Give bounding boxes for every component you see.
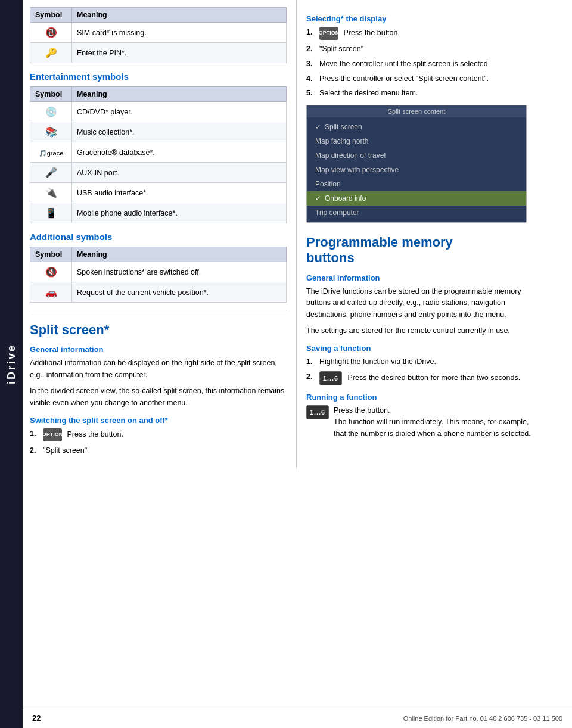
split-screen-title: Split screen content (307, 105, 526, 117)
table-row: 📱 Mobile phone audio interface*. (30, 203, 287, 223)
symbol-cell: 📵 (30, 23, 72, 43)
list-item: 2. "Split screen" (306, 43, 540, 55)
sim-pin-table: Symbol Meaning 📵 SIM card* is missing. 🔑… (30, 7, 287, 63)
symbol-cell: 🔇 (30, 262, 72, 282)
memory-button-run-icon: 1...6 (306, 405, 329, 419)
table-row: 🔇 Spoken instructions* are switched off. (30, 262, 287, 282)
entertainment-heading: Entertainment symbols (30, 71, 287, 82)
meaning-cell: AUX-IN port. (72, 163, 287, 183)
symbol-cell: 🎵grace (30, 142, 72, 163)
option-button-icon: OPTION (43, 428, 62, 441)
meaning-cell: Request of the current vehicle position*… (72, 282, 287, 303)
meaning-cell: Music collection*. (72, 122, 287, 142)
add-col-symbol: Symbol (30, 247, 72, 262)
footer-bar: 22 Online Edition for Part no. 01 40 2 6… (23, 708, 572, 728)
symbol-cell: 📱 (30, 203, 72, 223)
left-column: Symbol Meaning 📵 SIM card* is missing. 🔑… (23, 0, 297, 468)
main-content: Symbol Meaning 📵 SIM card* is missing. 🔑… (23, 0, 572, 492)
checkmark-icon: ✓ (315, 123, 321, 131)
page-number: 22 (32, 714, 41, 723)
table-row: 🚗 Request of the current vehicle positio… (30, 282, 287, 303)
list-item: 1. Highlight the function via the iDrive… (306, 356, 540, 368)
list-item: 5. Select the desired menu item. (306, 88, 540, 99)
checkmark-active-icon: ✓ (315, 194, 321, 203)
table-row: 📚 Music collection*. (30, 122, 287, 142)
table-row: 🎵grace Gracenote® database*. (30, 142, 287, 163)
split-item: Map facing north (307, 134, 526, 148)
usb-icon: 🔌 (45, 187, 57, 198)
split-general-info-text2: In the divided screen view, the so-calle… (30, 385, 287, 409)
split-item: Position (307, 177, 526, 191)
add-col-meaning: Meaning (72, 247, 287, 262)
table-row: 💿 CD/DVD* player. (30, 102, 287, 122)
list-item: 3. Move the controller until the split s… (306, 58, 540, 70)
selecting-heading: Selecting* the display (306, 14, 540, 23)
saving-heading: Saving a function (306, 344, 540, 353)
switching-heading: Switching the split screen on and off* (30, 416, 287, 425)
table-row: 📵 SIM card* is missing. (30, 23, 287, 43)
col-symbol-header: Symbol (30, 8, 72, 23)
list-item: 1. OPTION Press the button. (30, 428, 287, 441)
meaning-cell: USB audio interface*. (72, 183, 287, 203)
mobile-audio-icon: 📱 (45, 207, 57, 219)
aux-in-icon: 🎤 (45, 167, 57, 178)
prog-general-info-text2: The settings are stored for the remote c… (306, 325, 540, 337)
selecting-steps-list: 1. OPTION Press the button. 2. "Split sc… (306, 27, 540, 99)
meaning-cell: Enter the PIN*. (72, 43, 287, 63)
split-item: Trip computer (307, 206, 526, 220)
right-column: Selecting* the display 1. OPTION Press t… (297, 0, 549, 468)
pin-entry-icon: 🔑 (45, 47, 57, 58)
ent-col-symbol: Symbol (30, 87, 72, 102)
symbol-cell: 🔌 (30, 183, 72, 203)
list-item: 1. OPTION Press the button. (306, 27, 540, 40)
split-general-info-heading: General information (30, 345, 287, 354)
ent-col-meaning: Meaning (72, 87, 287, 102)
split-item-selected: ✓ Onboard info (307, 191, 526, 206)
meaning-cell: SIM card* is missing. (72, 23, 287, 43)
entertainment-table: Symbol Meaning 💿 CD/DVD* player. 📚 Music… (30, 86, 287, 223)
prog-general-info-text1: The iDrive functions can be stored on th… (306, 286, 540, 321)
table-row: 🔑 Enter the PIN*. (30, 43, 287, 63)
prog-memory-heading: Programmable memory buttons (306, 235, 540, 266)
footer-text: Online Edition for Part no. 01 40 2 606 … (403, 715, 562, 722)
gracenote-icon: 🎵grace (39, 150, 64, 157)
table-row: 🎤 AUX-IN port. (30, 163, 287, 183)
vehicle-pos-icon: 🚗 (45, 287, 57, 298)
voice-off-icon: 🔇 (45, 266, 57, 278)
additional-table: Symbol Meaning 🔇 Spoken instructions* ar… (30, 247, 287, 303)
additional-heading: Additional symbols (30, 232, 287, 242)
cd-dvd-icon: 💿 (45, 106, 57, 117)
sidebar: iDrive (0, 0, 23, 728)
sim-missing-icon: 📵 (45, 27, 57, 38)
split-item: Map direction of travel (307, 148, 526, 163)
running-text: Press the button.The function will run i… (334, 405, 540, 440)
symbol-cell: 🔑 (30, 43, 72, 63)
option-button-right-icon: OPTION (319, 27, 338, 40)
split-screen-items: ✓ Split screen Map facing north Map dire… (307, 117, 526, 222)
saving-steps-list: 1. Highlight the function via the iDrive… (306, 356, 540, 385)
memory-button-save-icon: 1...6 (319, 371, 342, 385)
split-item: Map view with perspective (307, 163, 526, 177)
list-item: 2. 1...6 Press the desired button for mo… (306, 371, 540, 385)
symbol-cell: 🎤 (30, 163, 72, 183)
meaning-cell: Spoken instructions* are switched off. (72, 262, 287, 282)
divider (30, 310, 287, 310)
symbol-cell: 📚 (30, 122, 72, 142)
switching-steps-list: 1. OPTION Press the button. 2. "Split sc… (30, 428, 287, 456)
running-description: 1...6 Press the button.The function will… (306, 405, 540, 440)
split-item: ✓ Split screen (307, 120, 526, 134)
sidebar-label: iDrive (5, 344, 18, 384)
running-heading: Running a function (306, 393, 540, 402)
meaning-cell: Mobile phone audio interface*. (72, 203, 287, 223)
split-general-info-text1: Additional information can be displayed … (30, 357, 287, 381)
split-screen-ui-mockup: Split screen content ✓ Split screen Map … (306, 105, 527, 223)
list-item: 2. "Split screen" (30, 445, 287, 456)
split-screen-heading: Split screen* (30, 322, 287, 338)
symbol-cell: 💿 (30, 102, 72, 122)
music-collection-icon: 📚 (45, 126, 57, 138)
meaning-cell: Gracenote® database*. (72, 142, 287, 163)
col-meaning-header: Meaning (72, 8, 287, 23)
table-row: 🔌 USB audio interface*. (30, 183, 287, 203)
list-item: 4. Press the controller or select "Split… (306, 73, 540, 85)
prog-general-info-heading: General information (306, 273, 540, 282)
